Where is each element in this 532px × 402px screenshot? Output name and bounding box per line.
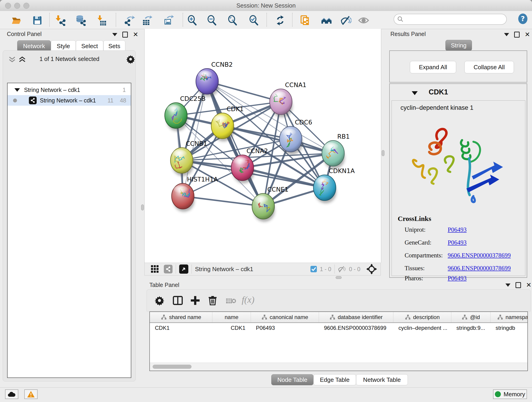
column-header-description[interactable]: description <box>393 312 451 322</box>
control-panel-menu-icon[interactable] <box>112 33 117 36</box>
collapse-all-button[interactable]: Collapse All <box>464 61 514 73</box>
crosslink-label: GeneCard: <box>405 239 431 246</box>
column-header-database-identifier[interactable]: database identifier <box>319 312 393 322</box>
cloud-button[interactable] <box>5 389 18 399</box>
cell-name[interactable]: CDK1 <box>212 323 251 333</box>
export-table-icon[interactable] <box>142 15 152 26</box>
node-label-HIST1H1A: HIST1H1A <box>187 176 218 183</box>
network-graph[interactable]: CCNB2CCNA1CDC25BCDK1CDC6RB1CCNB1CCNA2CDK… <box>145 29 381 263</box>
crosslink-link[interactable]: 9606.ENSP00000378699 <box>448 265 511 272</box>
control-panel-close-icon[interactable]: ✕ <box>133 32 138 37</box>
show-columns-icon[interactable] <box>172 295 183 306</box>
protein-structure-image <box>405 115 513 207</box>
search-input[interactable] <box>404 16 501 23</box>
crosslink-link[interactable]: 9606.ENSP00000378699 <box>448 252 511 259</box>
table-panel-menu-icon[interactable] <box>505 283 510 287</box>
network-collection-row[interactable]: String Network – cdk1 1 <box>7 85 131 95</box>
network-row-selected[interactable]: String Network – cdk1 11 48 <box>7 95 131 106</box>
results-panel-float-icon[interactable] <box>514 32 520 38</box>
selected-checkbox-icon[interactable] <box>310 266 317 273</box>
network-view-icon[interactable] <box>164 265 172 274</box>
cell-id[interactable]: stringdb:9... <box>451 323 491 333</box>
column-header-shared-name[interactable]: shared name <box>150 312 212 322</box>
gear-icon[interactable] <box>126 54 135 64</box>
delete-column-trash-icon[interactable] <box>207 295 218 306</box>
column-header-canonical-name[interactable]: canonical name <box>251 312 319 322</box>
table-panel-close-icon[interactable]: ✕ <box>526 283 531 287</box>
zoom-in-icon[interactable] <box>187 15 198 26</box>
open-file-icon[interactable] <box>11 15 22 26</box>
birds-eye-view-icon[interactable] <box>179 264 188 274</box>
network-icon <box>29 96 37 104</box>
crosslink-link[interactable]: P06493 <box>448 239 467 246</box>
crosslinks-title: CrossLinks <box>398 215 431 223</box>
cell-canonical-name[interactable]: P06493 <box>251 323 319 333</box>
eye-disabled-icon[interactable] <box>358 15 369 26</box>
cell-database-identifier[interactable]: 9606.ENSP00000378699 <box>319 323 393 333</box>
network-column-icon <box>497 314 503 320</box>
help-icon[interactable]: ? <box>517 13 528 24</box>
results-panel-close-icon[interactable]: ✕ <box>525 32 530 37</box>
node-CCNE1: CCNE1 <box>252 186 288 222</box>
new-network-from-selection-icon[interactable] <box>300 15 311 26</box>
import-network-file-icon[interactable] <box>55 15 66 26</box>
table-row[interactable]: CDK1 CDK1 P06493 9606.ENSP00000378699 cy… <box>150 323 528 333</box>
import-network-database-icon[interactable] <box>75 15 86 26</box>
network-column-icon <box>261 314 267 320</box>
show-hide-graphics-icon[interactable] <box>341 15 351 26</box>
zoom-out-icon[interactable] <box>207 15 218 26</box>
gene-collapse-icon[interactable] <box>412 91 418 95</box>
tab-edge-table[interactable]: Edge Table <box>313 374 356 385</box>
column-header-namespace[interactable]: namespace <box>491 312 528 322</box>
collection-expand-icon[interactable] <box>14 88 20 92</box>
horizontal-scrollbar-thumb[interactable] <box>152 365 191 369</box>
splitter-handle-right[interactable] <box>382 150 385 156</box>
splitter-handle-left[interactable] <box>141 204 144 211</box>
import-table-file-icon[interactable] <box>96 15 107 26</box>
expand-all-chevron-icon[interactable] <box>18 56 26 64</box>
node-table[interactable]: shared name name canonical name database… <box>149 312 528 371</box>
zoom-selected-icon[interactable] <box>249 15 260 26</box>
export-image-icon[interactable] <box>163 15 174 26</box>
node-label-CCNB1: CCNB1 <box>186 140 207 147</box>
network-column-icon <box>405 314 411 320</box>
grid-mode-icon[interactable] <box>151 265 159 274</box>
function-builder-icon: f(x) <box>242 294 254 305</box>
refresh-icon[interactable] <box>275 15 286 26</box>
current-network-dot-icon <box>13 99 17 102</box>
tab-sets[interactable]: Sets <box>103 40 125 52</box>
tab-string[interactable]: String <box>445 40 472 51</box>
tab-style[interactable]: Style <box>51 40 76 52</box>
column-header-name[interactable]: name <box>212 312 251 322</box>
tab-network-table[interactable]: Network Table <box>356 374 408 385</box>
memory-button[interactable]: Memory <box>493 389 527 399</box>
tab-node-table[interactable]: Node Table <box>271 374 313 385</box>
control-panel-float-icon[interactable] <box>122 32 128 38</box>
collapse-all-chevron-icon[interactable] <box>8 56 16 64</box>
fit-selected-crosshair-icon[interactable] <box>366 264 377 274</box>
crosslink-link[interactable]: P06493 <box>448 226 467 233</box>
first-neighbors-icon[interactable] <box>321 15 332 26</box>
cell-description[interactable]: cyclin–dependent ... <box>393 323 451 333</box>
save-session-icon[interactable] <box>32 15 43 26</box>
table-gear-icon[interactable] <box>154 295 165 306</box>
node-label-CDC6: CDC6 <box>295 119 312 126</box>
warning-button[interactable] <box>24 389 38 399</box>
node-HIST1H1A: HIST1H1A <box>172 176 218 212</box>
cell-namespace[interactable]: stringdb <box>491 323 528 333</box>
zoom-fit-icon[interactable] <box>227 15 238 26</box>
main-toolbar: ? <box>0 11 532 29</box>
tab-select[interactable]: Select <box>76 40 103 52</box>
table-panel-float-icon[interactable] <box>515 282 521 288</box>
expand-all-button[interactable]: Expand All <box>410 61 456 73</box>
cell-shared-name[interactable]: CDK1 <box>150 323 212 333</box>
results-panel-menu-icon[interactable] <box>504 33 509 36</box>
export-network-icon[interactable] <box>124 15 135 26</box>
hidden-eye-icon <box>338 266 346 273</box>
add-column-icon[interactable] <box>190 295 201 306</box>
column-header-id[interactable]: @id <box>451 312 491 322</box>
tab-network[interactable]: Network <box>17 40 51 52</box>
network-canvas[interactable]: CCNB2CCNA1CDC25BCDK1CDC6RB1CCNB1CCNA2CDK… <box>144 29 381 263</box>
node-label-CCNA1: CCNA1 <box>285 81 307 89</box>
node-CDKN1A: CDKN1A <box>313 167 355 203</box>
